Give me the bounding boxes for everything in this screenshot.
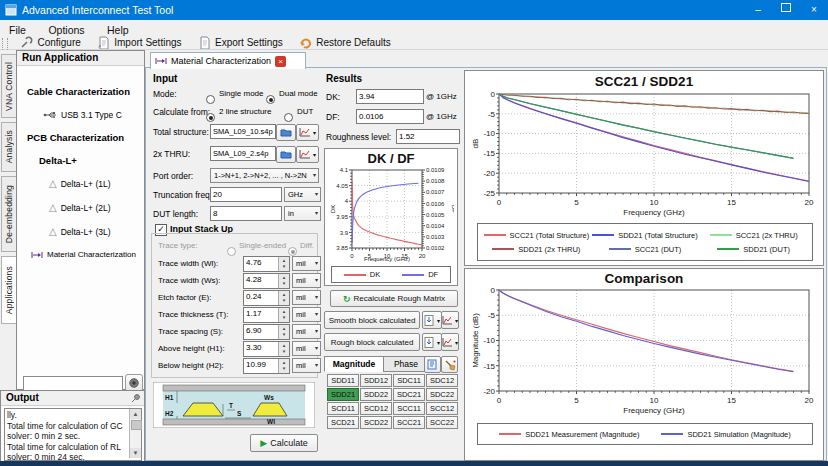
stack-row-input[interactable]: 1.17▴▾	[243, 307, 290, 323]
stack-row-input[interactable]: 6.90▴▾	[243, 324, 290, 340]
stack-row-input[interactable]: 4.76▴▾	[243, 256, 290, 272]
smooth-plot-button[interactable]: ▾	[441, 311, 459, 329]
dk-value-field[interactable]: 3.94	[356, 89, 424, 104]
load-thru-button[interactable]	[276, 146, 296, 163]
spinner-icon[interactable]: ▴▾	[278, 342, 289, 356]
close-button[interactable]: ×	[800, 0, 828, 20]
scroll-down-icon[interactable]: ▼	[130, 448, 141, 458]
output-title: Output	[6, 392, 39, 403]
spinner-icon[interactable]: ▴▾	[278, 291, 289, 305]
matrix-cell[interactable]: SCC22	[426, 416, 458, 429]
thru-input[interactable]: SMA_L09_2.s4p	[210, 146, 276, 161]
tab-close-icon[interactable]: ×	[275, 56, 286, 67]
stack-row-unit[interactable]: mil▾	[292, 358, 321, 373]
truncation-freq-input[interactable]: 20	[210, 187, 282, 202]
tree-item-material-characterization[interactable]: Material Characterization	[31, 250, 136, 259]
tab-de-embedding[interactable]: De-embedding	[1, 176, 17, 252]
matrix-cell[interactable]: SCD11	[327, 402, 359, 415]
stack-row-unit[interactable]: mil▾	[292, 307, 321, 322]
spinner-icon[interactable]: ▴▾	[278, 274, 289, 288]
tree-item-usb[interactable]: USB 3.1 Type C	[43, 110, 122, 120]
spinner-icon[interactable]: ▴▾	[278, 308, 289, 322]
dut-radio[interactable]	[284, 106, 293, 124]
single-mode-radio[interactable]	[206, 88, 215, 106]
stack-row-unit[interactable]: mil▾	[292, 324, 321, 339]
matrix-cell[interactable]: SDC12	[426, 374, 458, 387]
two-line-structure-radio[interactable]	[206, 106, 215, 124]
rough-save-button[interactable]: ▾	[422, 333, 442, 351]
menu-options[interactable]: Options	[39, 22, 93, 36]
legend-item: DK	[344, 270, 380, 279]
app-icon	[5, 4, 17, 16]
matrix-cell[interactable]: SDD12	[360, 374, 392, 387]
stack-row-input[interactable]: 10.99▴▾	[243, 358, 290, 374]
report-button[interactable]	[424, 356, 441, 373]
spinner-icon[interactable]: ▴▾	[278, 257, 289, 271]
stack-row-unit[interactable]: mil▾	[292, 273, 321, 288]
load-total-structure-button[interactable]	[276, 124, 296, 141]
matrix-cell[interactable]: SDC22	[426, 388, 458, 401]
clear-button[interactable]	[441, 356, 458, 373]
stack-row-unit[interactable]: mil▾	[292, 290, 321, 305]
smooth-block-button[interactable]: Smooth block calculated	[324, 311, 420, 329]
scroll-up-icon[interactable]: ▲	[130, 409, 141, 419]
menu-file[interactable]: File	[0, 22, 35, 36]
restore-defaults-button[interactable]: Restore Defaults	[295, 36, 398, 49]
dut-length-input[interactable]: 8	[210, 206, 282, 221]
matrix-cell[interactable]: SDC21	[393, 388, 425, 401]
material-characterization-tab[interactable]: Material Characterization ×	[150, 52, 306, 69]
truncation-unit-select[interactable]: GHz▾	[284, 187, 321, 202]
spinner-icon[interactable]: ▴▾	[278, 359, 289, 373]
dual-mode-radio[interactable]	[266, 88, 275, 106]
pin-icon[interactable]	[131, 393, 141, 403]
menu-help[interactable]: Help	[98, 22, 138, 36]
diff-label: Diff.	[300, 241, 314, 250]
recalculate-rough-matrix-button[interactable]: ↻ Recalculate Rough Matrix	[330, 290, 458, 307]
plot-thru-button[interactable]: ▾	[296, 146, 319, 163]
matrix-cell[interactable]: SCD21	[327, 416, 359, 429]
matrix-cell[interactable]: SDD11	[327, 374, 359, 387]
matrix-cell[interactable]: SDD21	[327, 388, 359, 401]
stack-row-unit[interactable]: mil▾	[292, 341, 321, 356]
plot-total-structure-button[interactable]: ▾	[296, 124, 319, 141]
rough-block-button[interactable]: Rough block calculated	[324, 333, 420, 351]
matrix-cell[interactable]: SCC11	[393, 402, 425, 415]
output-log[interactable]: lly. Total time for calculation of GC so…	[4, 408, 142, 461]
roughness-value-field[interactable]: 1.52	[396, 129, 460, 144]
tree-item-delta-1l[interactable]: △Delta-L+ (1L)	[49, 178, 111, 189]
rough-plot-button[interactable]: ▾	[441, 333, 459, 351]
matrix-cell[interactable]: SDC11	[393, 374, 425, 387]
import-settings-button[interactable]: Import Settings	[93, 36, 189, 49]
maximize-button[interactable]	[772, 0, 800, 20]
magnitude-tab[interactable]: Magnitude	[324, 356, 384, 372]
spinner-icon[interactable]: ▴▾	[278, 325, 289, 339]
matrix-cell[interactable]: SCC21	[393, 416, 425, 429]
stack-row-input[interactable]: 3.30▴▾	[243, 341, 290, 357]
configure-button[interactable]: Configure	[16, 36, 88, 49]
matrix-cell[interactable]: SCC12	[426, 402, 458, 415]
matrix-cell[interactable]: SDD22	[360, 388, 392, 401]
minimize-button[interactable]: –	[744, 0, 772, 20]
export-icon	[198, 36, 211, 49]
matrix-cell[interactable]: SCD12	[360, 402, 392, 415]
port-order-select[interactable]: 1->N+1, 2->N+2, ... , N->2N▾	[210, 168, 319, 183]
tab-analysis[interactable]: Analysis	[1, 122, 17, 172]
tab-vna-control[interactable]: VNA Control	[1, 54, 17, 118]
tab-applications[interactable]: Applications	[1, 256, 17, 324]
scrollbar-thumb[interactable]	[131, 420, 142, 430]
dut-length-unit-select[interactable]: in▾	[284, 206, 321, 221]
matrix-cell[interactable]: SCD22	[360, 416, 392, 429]
stack-row-input[interactable]: 0.24▴▾	[243, 290, 290, 306]
smooth-block-label: Smooth block calculated	[329, 316, 416, 325]
calculate-button[interactable]: ▶ Calculate	[250, 434, 318, 452]
df-value-field[interactable]: 0.0106	[356, 109, 424, 124]
export-settings-button[interactable]: Export Settings	[194, 36, 291, 49]
stack-row-input[interactable]: 4.28▴▾	[243, 273, 290, 289]
tree-item-delta-2l[interactable]: △Delta-L+ (2L)	[49, 202, 111, 213]
total-structure-input[interactable]: SMA_L09_10.s4p	[210, 124, 276, 139]
output-scrollbar[interactable]: ▲ ▼	[129, 409, 141, 458]
phase-tab[interactable]: Phase	[383, 356, 429, 372]
smooth-save-button[interactable]: ▾	[422, 311, 442, 329]
stack-row-unit[interactable]: mil▾	[292, 256, 321, 271]
tree-item-delta-3l[interactable]: △Delta-L+ (3L)	[49, 226, 111, 237]
